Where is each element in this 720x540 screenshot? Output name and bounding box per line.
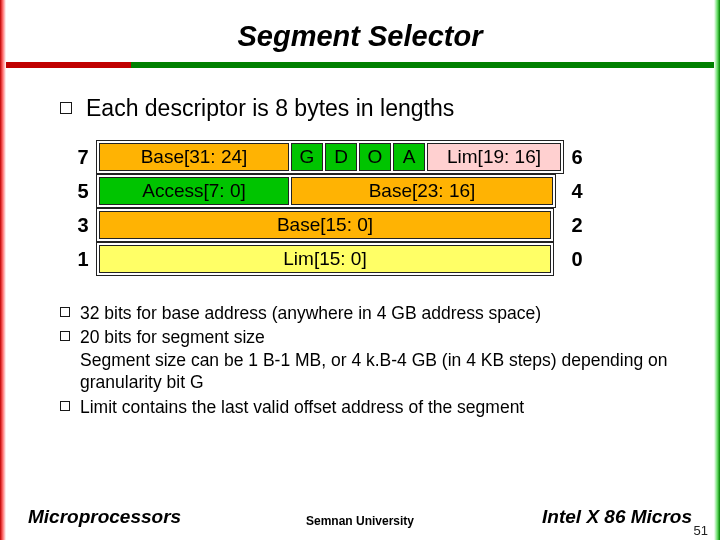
cell-d: D	[325, 143, 357, 171]
page-title: Segment Selector	[0, 20, 720, 53]
descriptor-table-inner: 7 Base[31: 24] G D O A Lim[19: 16] 6	[70, 140, 590, 276]
page-number: 51	[694, 523, 708, 538]
cell-lim-15-0: Lim[15: 0]	[99, 245, 551, 273]
bullet-square-icon	[60, 331, 70, 341]
byte-index-7: 7	[70, 140, 96, 174]
bullet-square-icon	[60, 307, 70, 317]
byte-index-5: 5	[70, 174, 96, 208]
cell-lim-19-16: Lim[19: 16]	[427, 143, 561, 171]
bullet-square-icon	[60, 401, 70, 411]
footer: Semnan University Microprocessors Intel …	[28, 506, 692, 528]
cell-o: O	[359, 143, 391, 171]
accent-bar-green	[131, 62, 714, 68]
cell-base-23-16: Base[23: 16]	[291, 177, 553, 205]
footer-center: Semnan University	[28, 514, 692, 528]
slide: Segment Selector Each descriptor is 8 by…	[0, 0, 720, 540]
byte-index-1: 1	[70, 242, 96, 276]
lead-bullet-text: Each descriptor is 8 bytes in lengths	[86, 95, 454, 122]
descriptor-table: 7 Base[31: 24] G D O A Lim[19: 16] 6	[70, 140, 680, 276]
cell-g: G	[291, 143, 323, 171]
cell-a: A	[393, 143, 425, 171]
byte-index-3: 3	[70, 208, 96, 242]
cell-base-31-24: Base[31: 24]	[99, 143, 289, 171]
byte-index-6: 6	[564, 140, 590, 174]
byte-index-0: 0	[564, 242, 590, 276]
cell-base-15-0: Base[15: 0]	[99, 211, 551, 239]
cell-access: Access[7: 0]	[99, 177, 289, 205]
border-left	[0, 0, 6, 540]
sub-bullet-3-row: Limit contains the last valid offset add…	[60, 396, 680, 418]
sub-bullet-2-text: 20 bits for segment size Segment size ca…	[80, 326, 680, 393]
sub-bullet-2-row: 20 bits for segment size Segment size ca…	[60, 326, 680, 393]
border-right	[714, 0, 720, 540]
byte-index-2: 2	[564, 208, 590, 242]
content-area: Each descriptor is 8 bytes in lengths 7 …	[60, 95, 680, 418]
sub-bullet-1-text: 32 bits for base address (anywhere in 4 …	[80, 302, 541, 324]
lead-bullet-row: Each descriptor is 8 bytes in lengths	[60, 95, 680, 122]
sub-bullet-3-text: Limit contains the last valid offset add…	[80, 396, 524, 418]
sub-bullet-1-row: 32 bits for base address (anywhere in 4 …	[60, 302, 680, 324]
bullet-square-icon	[60, 102, 72, 114]
byte-index-4: 4	[564, 174, 590, 208]
accent-bar-red	[6, 62, 131, 68]
